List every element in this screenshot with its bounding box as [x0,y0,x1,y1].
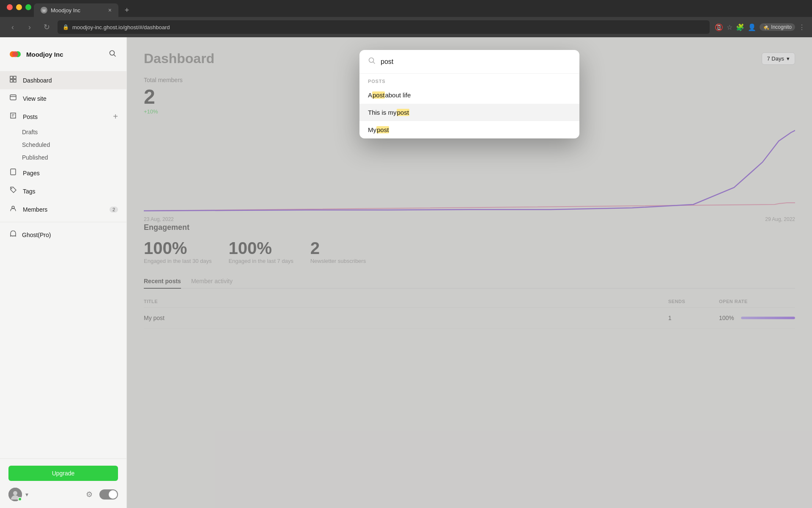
members-count: 2 [110,207,118,213]
sidebar-item-tags-label: Tags [23,188,36,195]
result-3-highlight: post [376,126,389,133]
refresh-button[interactable]: ↻ [41,22,52,32]
dashboard-icon [8,75,18,85]
sidebar-item-ghost-pro[interactable]: Ghost(Pro) [0,226,126,244]
browser-tab[interactable]: M Moodjoy Inc × [34,3,118,17]
sidebar-ghost-pro-label: Ghost(Pro) [22,232,51,238]
svg-point-4 [12,51,18,57]
search-section-label: POSTS [359,74,579,86]
search-input-row [359,50,579,74]
profile-icon[interactable]: 👤 [748,23,756,31]
user-info[interactable]: ▾ [8,488,28,501]
sidebar-item-members[interactable]: Members 2 [0,200,126,218]
sidebar-item-drafts[interactable]: Drafts [22,126,126,138]
result-1-highlight: post [372,91,385,99]
sidebar-item-scheduled[interactable]: Scheduled [22,138,126,151]
sidebar-header: Moodjoy Inc [0,37,126,68]
brand-icon [8,47,22,61]
user-chevron-icon: ▾ [25,491,28,498]
user-row: ▾ ⚙ [8,488,118,501]
lock-icon: 🔒 [63,24,69,30]
search-result-1[interactable]: A post about life [359,86,579,104]
result-2-highlight: post [397,109,409,116]
brand: Moodjoy Inc [8,47,63,61]
sidebar-item-view-site-label: View site [23,95,47,102]
svg-point-15 [13,491,17,495]
svg-line-6 [114,55,115,56]
avatar-online-dot [18,497,22,501]
app-container: Moodjoy Inc Dashboard [0,37,812,508]
svg-line-17 [373,62,375,64]
tab-close-icon[interactable]: × [108,7,112,14]
upgrade-button[interactable]: Upgrade [8,466,118,481]
incognito-label: Incognito [771,24,792,30]
search-result-3[interactable]: My post [359,121,579,138]
search-input[interactable] [381,58,571,66]
window-maximize-button[interactable] [25,4,31,10]
window-minimize-button[interactable] [16,4,22,10]
pages-icon [8,168,18,178]
settings-icon[interactable]: ⚙ [86,490,93,499]
window-close-button[interactable] [7,4,13,10]
sidebar-item-posts-label: Posts [23,113,38,120]
sidebar-item-tags[interactable]: Tags [0,182,126,200]
tab-favicon: M [41,7,47,14]
incognito-badge: 🕵 Incognito [760,23,795,31]
main-content: Dashboard 7 Days ▾ Total members 2 +10% … [127,37,812,508]
sidebar-item-dashboard[interactable]: Dashboard [0,71,126,89]
result-2-before: This is my [368,109,397,116]
svg-rect-7 [10,95,16,100]
back-button[interactable]: ‹ [7,23,19,32]
tags-icon [8,186,18,196]
sidebar-item-published[interactable]: Published [22,151,126,164]
svg-point-12 [11,188,12,189]
more-icon[interactable]: ⋮ [798,23,805,31]
bookmark-icon[interactable]: ☆ [727,23,732,31]
incognito-icon: 🕵 [763,24,769,30]
sidebar-item-members-label: Members [23,206,47,213]
sidebar-item-pages[interactable]: Pages [0,164,126,182]
sidebar-item-posts[interactable]: Posts + [0,108,126,126]
svg-rect-11 [11,169,16,175]
sidebar-item-view-site[interactable]: View site [0,89,126,108]
svg-text:M: M [42,8,46,13]
forward-button[interactable]: › [24,23,36,32]
sidebar-footer: Upgrade ▾ ⚙ [0,458,126,508]
posts-add-icon[interactable]: + [113,112,118,121]
sidebar: Moodjoy Inc Dashboard [0,37,127,508]
result-1-after: about life [385,91,411,99]
tab-title: Moodjoy Inc [51,7,105,14]
browser-actions: 📵 ☆ 🧩 👤 🕵 Incognito ⋮ [715,23,805,31]
sidebar-nav: Dashboard View site [0,68,126,458]
new-tab-button[interactable]: + [120,3,134,17]
search-overlay[interactable]: POSTS A post about life This is my post … [127,37,812,508]
search-modal: POSTS A post about life This is my post … [359,50,579,138]
sidebar-item-pages-label: Pages [23,170,40,177]
footer-actions: ⚙ [86,489,118,500]
theme-toggle[interactable] [99,489,118,500]
avatar [8,488,22,501]
search-result-2[interactable]: This is my post [359,104,579,121]
nav-divider [0,222,126,222]
result-3-before: My [368,126,376,133]
sidebar-item-dashboard-label: Dashboard [23,77,52,84]
ghost-pro-icon [8,230,18,240]
extension-icon[interactable]: 🧩 [736,23,744,31]
brand-name: Moodjoy Inc [26,51,63,58]
address-bar[interactable]: 🔒 moodjoy-inc.ghost.io/ghost/#/dashboard [58,20,710,34]
posts-sub-nav: Drafts Scheduled Published [0,126,126,164]
toggle-knob [109,490,117,499]
posts-icon [8,112,18,121]
result-1-before: A [368,91,372,99]
cast-icon[interactable]: 📵 [715,23,723,31]
view-site-icon [8,94,18,103]
search-modal-icon [368,57,376,66]
members-icon [8,204,18,214]
address-text: moodjoy-inc.ghost.io/ghost/#/dashboard [72,24,170,30]
search-button[interactable] [107,48,118,61]
